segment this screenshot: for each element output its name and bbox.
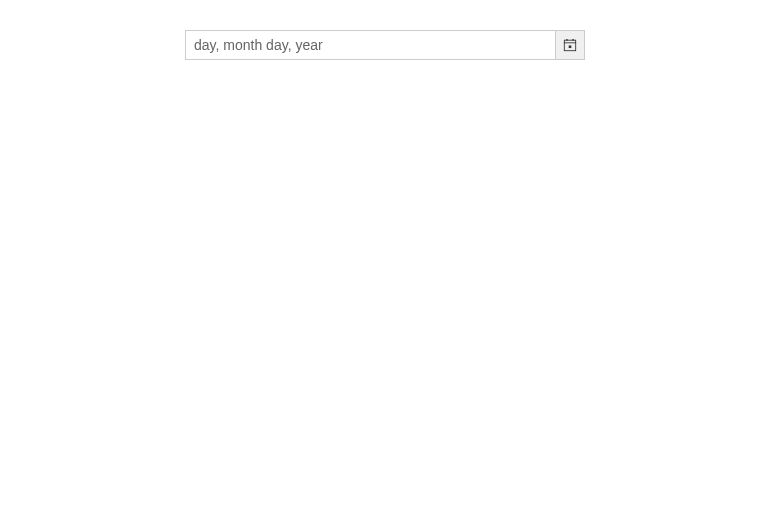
svg-rect-4: [569, 45, 572, 48]
date-input[interactable]: [185, 30, 555, 60]
date-picker: [185, 30, 585, 60]
calendar-icon: [563, 38, 577, 52]
date-picker-toggle-button[interactable]: [555, 30, 585, 60]
